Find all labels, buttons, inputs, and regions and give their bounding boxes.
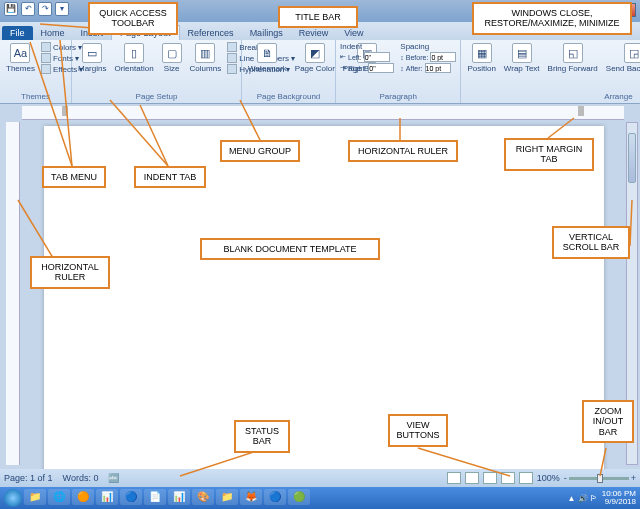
spacing-controls: Spacing ↕Before: ↕After: — [400, 42, 456, 74]
size-icon: ▢ — [162, 43, 182, 63]
spacing-before-input[interactable] — [430, 52, 456, 62]
group-label: Arrange — [465, 91, 640, 101]
indent-controls: Indent ⇤Left: ⇥Right: — [340, 42, 394, 74]
indent-right-input[interactable] — [368, 63, 394, 73]
spacing-after-input[interactable] — [425, 63, 451, 73]
themes-button[interactable]: Aa Themes — [4, 42, 37, 74]
margins-icon: ▭ — [82, 43, 102, 63]
view-print-layout-button[interactable] — [447, 472, 461, 484]
task-app[interactable]: 🎨 — [192, 489, 214, 505]
size-button[interactable]: ▢Size — [160, 42, 184, 74]
task-app[interactable]: 🔵 — [120, 489, 142, 505]
orientation-icon: ▯ — [124, 43, 144, 63]
status-page[interactable]: Page: 1 of 1 — [4, 473, 53, 483]
windows-taskbar: 📁 🌐 🟠 📊 🔵 📄 📊 🎨 📁 🦊 🔵 🟢 ▲ 🔊 🏳 10:06 PM 9… — [0, 487, 640, 509]
group-page-background: 🗎Watermark ◩Page Color ▣Page Borders Pag… — [242, 40, 336, 103]
group-label: Page Setup — [76, 91, 237, 101]
view-outline-button[interactable] — [501, 472, 515, 484]
callout-qat: QUICK ACCESSTOOLBAR — [88, 2, 178, 35]
right-margin-tab[interactable] — [578, 106, 584, 116]
view-full-screen-button[interactable] — [465, 472, 479, 484]
group-paragraph: Indent ⇤Left: ⇥Right: Spacing ↕Before: ↕… — [336, 40, 461, 103]
view-draft-button[interactable] — [519, 472, 533, 484]
left-margin-tab[interactable] — [62, 106, 68, 116]
themes-icon: Aa — [10, 43, 30, 63]
callout-zoom: ZOOMIN/OUTBAR — [582, 400, 634, 443]
tab-references[interactable]: References — [180, 26, 242, 40]
vertical-ruler[interactable] — [6, 122, 20, 465]
spacing-header: Spacing — [400, 42, 456, 51]
task-app[interactable]: 📁 — [24, 489, 46, 505]
watermark-button[interactable]: 🗎Watermark — [246, 42, 289, 74]
task-app[interactable]: 🦊 — [240, 489, 262, 505]
horizontal-ruler[interactable] — [22, 106, 624, 120]
callout-statusbar: STATUSBAR — [234, 420, 290, 453]
callout-indent: INDENT TAB — [134, 166, 206, 188]
tab-file[interactable]: File — [2, 26, 33, 40]
task-app[interactable]: 📁 — [216, 489, 238, 505]
zoom-out-icon[interactable]: - — [564, 473, 567, 483]
task-app[interactable]: 📊 — [168, 489, 190, 505]
callout-vruler: HORIZONTALRULER — [30, 256, 110, 289]
position-button[interactable]: ▦Position — [465, 42, 497, 74]
columns-icon: ▥ — [195, 43, 215, 63]
indent-header: Indent — [340, 42, 394, 51]
bring-forward-button[interactable]: ◱Bring Forward — [546, 42, 600, 74]
task-app[interactable]: 📊 — [96, 489, 118, 505]
task-app[interactable]: 🌐 — [48, 489, 70, 505]
zoom-in-icon[interactable]: + — [631, 473, 636, 483]
wrap-icon: ▤ — [512, 43, 532, 63]
themes-label: Themes — [6, 64, 35, 73]
task-app[interactable]: 🔵 — [264, 489, 286, 505]
page-color-icon: ◩ — [305, 43, 325, 63]
position-icon: ▦ — [472, 43, 492, 63]
callout-menu-group: MENU GROUP — [220, 140, 300, 162]
orientation-button[interactable]: ▯Orientation — [112, 42, 155, 74]
zoom-percent[interactable]: 100% — [537, 473, 560, 483]
group-label: Themes — [4, 91, 67, 101]
task-app[interactable]: 🟢 — [288, 489, 310, 505]
callout-blank: BLANK DOCUMENT TEMPLATE — [200, 238, 380, 260]
callout-vscroll: VERTICALSCROLL BAR — [552, 226, 630, 259]
qat-customize-icon[interactable]: ▾ — [55, 2, 69, 16]
callout-tab-menu: TAB MENU — [42, 166, 106, 188]
send-backward-button[interactable]: ◲Send Backward — [604, 42, 640, 74]
qat-redo-icon[interactable]: ↷ — [38, 2, 52, 16]
document-page[interactable] — [44, 126, 604, 491]
status-bar: Page: 1 of 1 Words: 0 🔤 100% - + — [0, 469, 640, 487]
page-color-button[interactable]: ◩Page Color — [293, 42, 337, 74]
margins-button[interactable]: ▭Margins — [76, 42, 108, 74]
system-tray[interactable]: ▲ 🔊 🏳 10:06 PM 9/9/2018 — [567, 490, 636, 506]
task-app[interactable]: 📄 — [144, 489, 166, 505]
task-app[interactable]: 🟠 — [72, 489, 94, 505]
forward-icon: ◱ — [563, 43, 583, 63]
callout-hruler: HORIZONTAL RULER — [348, 140, 458, 162]
group-page-setup: ▭Margins ▯Orientation ▢Size ▥Columns Bre… — [72, 40, 242, 103]
quick-access-toolbar: 💾 ↶ ↷ ▾ — [4, 2, 69, 16]
indent-left-input[interactable] — [364, 52, 390, 62]
status-words[interactable]: Words: 0 — [63, 473, 99, 483]
wrap-text-button[interactable]: ▤Wrap Text — [502, 42, 542, 74]
callout-viewbtns: VIEWBUTTONS — [388, 414, 448, 447]
group-label: Page Background — [246, 91, 331, 101]
zoom-slider[interactable]: - + — [564, 473, 636, 483]
scroll-thumb[interactable] — [628, 133, 636, 183]
start-button[interactable] — [4, 489, 22, 507]
qat-save-icon[interactable]: 💾 — [4, 2, 18, 16]
group-arrange: ▦Position ▤Wrap Text ◱Bring Forward ◲Sen… — [461, 40, 640, 103]
status-lang[interactable]: 🔤 — [108, 473, 119, 483]
backward-icon: ◲ — [624, 43, 640, 63]
group-label: Paragraph — [340, 91, 456, 101]
view-web-layout-button[interactable] — [483, 472, 497, 484]
columns-button[interactable]: ▥Columns — [188, 42, 224, 74]
ribbon: Aa Themes Colors ▾ Fonts ▾ Effects ▾ The… — [0, 40, 640, 104]
group-themes: Aa Themes Colors ▾ Fonts ▾ Effects ▾ The… — [0, 40, 72, 103]
callout-window-controls: WINDOWS CLOSE,RESTORE/MAXIMIZE, MINIMIZE — [472, 2, 632, 35]
zoom-thumb[interactable] — [597, 474, 603, 483]
qat-undo-icon[interactable]: ↶ — [21, 2, 35, 16]
tray-date: 9/9/2018 — [602, 498, 636, 506]
watermark-icon: 🗎 — [257, 43, 277, 63]
zoom-track[interactable] — [569, 477, 629, 480]
callout-title: TITLE BAR — [278, 6, 358, 28]
tab-home[interactable]: Home — [33, 26, 73, 40]
